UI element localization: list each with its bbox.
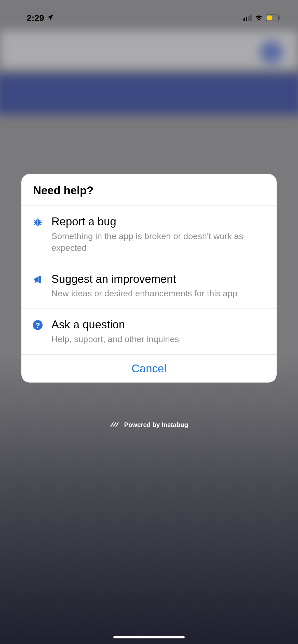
svg-rect-8 — [39, 276, 41, 283]
cellular-signal-icon — [243, 15, 252, 21]
option-subtitle: Something in the app is broken or doesn'… — [51, 230, 265, 254]
modal-title: Need help? — [33, 184, 265, 197]
option-subtitle: New ideas or desired enhancements for th… — [51, 288, 265, 299]
powered-by-text: Powered by Instabug — [124, 421, 188, 429]
svg-line-2 — [34, 221, 35, 221]
svg-line-4 — [34, 224, 35, 225]
option-title: Suggest an improvement — [51, 272, 265, 286]
svg-line-5 — [40, 221, 41, 221]
cancel-button[interactable]: Cancel — [21, 355, 277, 383]
option-report-bug[interactable]: Report a bug Something in the app is bro… — [21, 206, 277, 263]
modal-header: Need help? — [21, 174, 277, 206]
status-bar: 2:29 — [0, 0, 298, 28]
option-subtitle: Help, support, and other inquiries — [51, 333, 265, 345]
status-left: 2:29 — [27, 13, 54, 23]
question-icon: ? — [32, 319, 44, 331]
megaphone-icon — [32, 273, 44, 286]
option-ask-question[interactable]: ? Ask a question Help, support, and othe… — [21, 309, 277, 355]
status-right — [243, 14, 283, 22]
status-time: 2:29 — [27, 13, 44, 23]
wifi-icon — [254, 14, 263, 22]
powered-by-footer: Powered by Instabug — [0, 421, 298, 429]
help-modal: Need help? Report a bug Something in the… — [21, 174, 277, 383]
svg-text:?: ? — [35, 321, 40, 329]
option-title: Report a bug — [51, 215, 265, 228]
option-suggest-improvement[interactable]: Suggest an improvement New ideas or desi… — [21, 263, 277, 309]
instabug-logo-icon — [110, 421, 119, 429]
cancel-label: Cancel — [132, 362, 167, 375]
option-title: Ask a question — [51, 318, 265, 331]
home-indicator[interactable] — [113, 636, 185, 638]
svg-line-7 — [40, 224, 41, 225]
battery-icon — [266, 14, 280, 21]
bug-icon — [32, 216, 44, 228]
location-icon — [46, 14, 54, 22]
